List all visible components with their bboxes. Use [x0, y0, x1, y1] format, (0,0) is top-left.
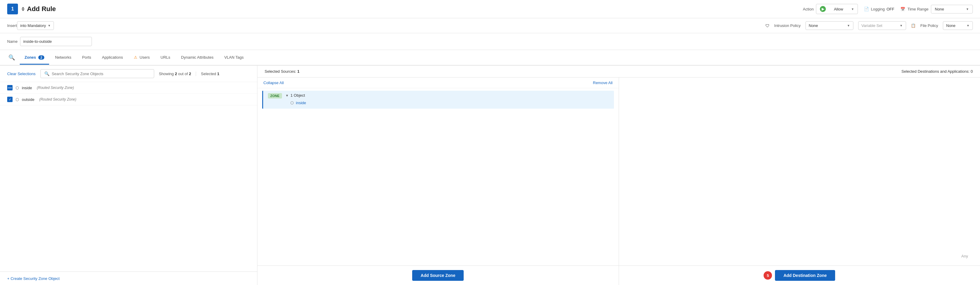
- outside-checkbox[interactable]: ✓: [7, 97, 13, 102]
- time-range-value: None: [935, 7, 944, 11]
- inside-network-icon: [16, 85, 19, 90]
- tab-networks[interactable]: Networks: [50, 51, 76, 65]
- action-value: Allow: [834, 7, 843, 11]
- dest-footer: 5 Add Destination Zone: [619, 266, 980, 285]
- zone-item-inside[interactable]: — inside (Routed Security Zone): [0, 82, 257, 94]
- tab-urls[interactable]: URLs: [156, 51, 175, 65]
- search-input[interactable]: [52, 72, 150, 76]
- policy-row: 🛡 Intrusion Policy None ▼ Variable Set ▼…: [765, 21, 973, 30]
- search-magnifier-icon: 🔍: [44, 71, 49, 76]
- right-panel: Selected Sources: 1 Selected Destination…: [258, 65, 980, 285]
- tab-vlan-tags[interactable]: VLAN Tags: [220, 51, 248, 65]
- dest-step-badge: 5: [764, 271, 772, 280]
- file-policy-dropdown[interactable]: None ▼: [943, 21, 973, 30]
- logging-label: Logging: [871, 7, 885, 11]
- zone-expand[interactable]: ▼ 1 Object: [286, 93, 609, 97]
- add-destination-zone-button[interactable]: Add Destination Zone: [775, 270, 835, 281]
- sort-up-arrow[interactable]: [22, 7, 25, 9]
- tab-vlan-label: VLAN Tags: [224, 55, 243, 60]
- time-range-chevron-icon: ▼: [966, 8, 969, 11]
- action-chevron-icon: ▼: [851, 8, 854, 11]
- remove-all-button[interactable]: Remove All: [593, 81, 613, 85]
- insert-row: Insert into Mandatory ▼ 🛡 Intrusion Poli…: [0, 18, 980, 33]
- insert-value: into Mandatory: [21, 23, 46, 28]
- any-label: Any: [955, 250, 974, 262]
- clear-selections-button[interactable]: Clear Selections: [7, 72, 36, 76]
- intrusion-label: Intrusion Policy: [774, 23, 801, 28]
- logging-icon: 📄: [864, 6, 869, 11]
- header-row: 1 Add Rule Action ▶ Allow ▼ 📄 Logging OF…: [0, 0, 980, 18]
- allow-icon: ▶: [820, 6, 826, 12]
- options-row: Action ▶ Allow ▼ 📄 Logging OFF 📅 Time Ra…: [803, 4, 973, 14]
- users-warn-icon: ⚠: [134, 55, 137, 60]
- tab-search-icon[interactable]: 🔍: [7, 50, 16, 65]
- dest-panel: Any 5 Add Destination Zone: [619, 78, 980, 285]
- intrusion-policy-dropdown[interactable]: None ▼: [805, 21, 853, 30]
- page-container: 1 Add Rule Action ▶ Allow ▼ 📄 Logging OF…: [0, 0, 980, 285]
- create-zone-object-link[interactable]: + Create Security Zone Object: [7, 276, 60, 281]
- tab-users[interactable]: ⚠ Users: [129, 51, 155, 65]
- sub-item-name: inside: [296, 100, 306, 105]
- search-box[interactable]: 🔍: [40, 69, 154, 78]
- selected-count: 1: [217, 72, 220, 76]
- inside-checkbox[interactable]: —: [7, 85, 13, 91]
- file-policy-value: None: [946, 23, 955, 28]
- tab-networks-label: Networks: [55, 55, 71, 60]
- variable-set-chevron-icon: ▼: [900, 24, 903, 27]
- time-range-group: 📅 Time Range None ▼: [900, 5, 973, 13]
- zone-object-row: ZONE ▼ 1 Object inside: [262, 91, 614, 109]
- sort-down-arrow[interactable]: [22, 9, 25, 11]
- selected-destinations-label: Selected Destinations and Applications: …: [901, 69, 973, 74]
- logging-value: OFF: [887, 7, 894, 11]
- showing-text: Showing 2 out of 2: [159, 72, 191, 76]
- sub-item-network-icon: [290, 100, 294, 105]
- insert-label: Insert: [7, 23, 17, 28]
- tab-users-label: Users: [140, 55, 150, 60]
- intrusion-policy-value: None: [809, 23, 818, 28]
- tab-dynamic-label: Dynamic Attributes: [181, 55, 213, 60]
- any-container: Any: [619, 78, 980, 266]
- tab-applications[interactable]: Applications: [97, 51, 128, 65]
- file-policy-chevron-icon: ▼: [967, 24, 969, 27]
- insert-dropdown[interactable]: into Mandatory ▼: [17, 21, 54, 30]
- tab-dynamic-attributes[interactable]: Dynamic Attributes: [176, 51, 218, 65]
- zone-item-outside[interactable]: ✓ outside (Routed Security Zone): [0, 94, 257, 105]
- name-input[interactable]: [20, 37, 92, 46]
- intrusion-policy-chevron-icon: ▼: [847, 24, 850, 27]
- source-panel-actions: Collapse All Remove All: [258, 78, 619, 88]
- tab-urls-label: URLs: [161, 55, 170, 60]
- tabs-row: 🔍 Zones 2 Networks Ports Applications ⚠ …: [0, 50, 980, 65]
- tab-applications-label: Applications: [102, 55, 123, 60]
- selected-sources-label: Selected Sources: 1: [265, 69, 299, 74]
- left-panel: Clear Selections 🔍 Showing 2 out of 2 Se…: [0, 65, 258, 285]
- source-panel: Collapse All Remove All ZONE ▼ 1 Object: [258, 78, 619, 285]
- tab-ports[interactable]: Ports: [77, 51, 96, 65]
- name-label: Name: [7, 39, 18, 44]
- collapse-all-button[interactable]: Collapse All: [263, 81, 284, 85]
- expand-chevron-icon: ▼: [286, 94, 289, 97]
- step-badge: 1: [7, 3, 18, 14]
- inside-zone-name: inside: [22, 86, 32, 90]
- add-source-zone-button[interactable]: Add Source Zone: [412, 270, 464, 281]
- outside-network-icon: [16, 97, 19, 102]
- sort-arrows[interactable]: [22, 7, 25, 11]
- time-range-dropdown[interactable]: None ▼: [931, 5, 973, 13]
- zone-sub-item-inside: inside: [286, 99, 609, 106]
- time-range-icon: 📅: [900, 7, 905, 11]
- intrusion-icon: 🛡: [765, 23, 770, 28]
- right-header: Selected Sources: 1 Selected Destination…: [258, 65, 980, 78]
- variable-set-dropdown[interactable]: Variable Set ▼: [858, 21, 906, 30]
- logging-group: 📄 Logging OFF: [864, 6, 894, 11]
- action-group: Action ▶ Allow ▼: [803, 4, 858, 14]
- insert-chevron-icon: ▼: [48, 24, 51, 27]
- action-label: Action: [803, 7, 814, 11]
- object-count: 1 Object: [290, 93, 305, 97]
- action-dropdown[interactable]: ▶ Allow ▼: [816, 4, 858, 14]
- outside-zone-name: outside: [22, 97, 34, 102]
- main-content: Clear Selections 🔍 Showing 2 out of 2 Se…: [0, 65, 980, 285]
- selected-text: Selected 1: [196, 72, 219, 76]
- tab-zones[interactable]: Zones 2: [20, 51, 49, 65]
- right-panels: Collapse All Remove All ZONE ▼ 1 Object: [258, 78, 980, 285]
- zone-object-content: ▼ 1 Object inside: [286, 93, 609, 106]
- tab-zones-badge: 2: [38, 56, 44, 60]
